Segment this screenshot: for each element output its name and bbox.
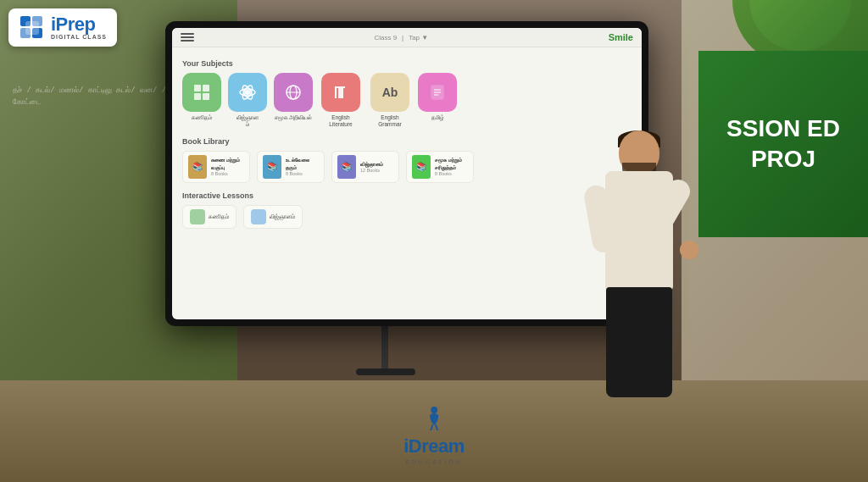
screen-class-label: Class 9 — [374, 34, 397, 42]
book-item-3[interactable]: 📚 விஜ்ஞானம் 12 Books — [331, 151, 399, 183]
book-title-2: உடல்வேலைதரும் — [286, 157, 309, 171]
iprep-brand-name: iPrep — [51, 15, 107, 34]
svg-rect-7 — [194, 93, 201, 100]
svg-rect-4 — [25, 21, 39, 35]
book-count-1: 8 Books — [211, 171, 240, 176]
subject-label-tamil: தமிழ் — [431, 114, 444, 121]
subject-label-math: கணிதம் — [192, 114, 212, 121]
book-count-3: 12 Books — [360, 168, 383, 173]
lesson-item-math[interactable]: கணிதம் — [182, 205, 236, 229]
banner-line1: SSION ED — [726, 114, 840, 144]
idream-figure-icon — [421, 405, 447, 434]
subject-item-tamil[interactable]: தமிழ் — [418, 73, 457, 129]
iprep-sub-text: DIGITAL CLASS — [51, 34, 107, 40]
idream-brand-text: iDream — [403, 435, 465, 457]
person-pants — [606, 287, 672, 397]
lesson-label-math: கணிதம் — [209, 213, 229, 220]
book-icon-3: 📚 — [337, 155, 356, 179]
subject-icon-english-grammar: Ab — [370, 73, 409, 112]
screen-content: Your Subjects கணிதம் விஜ்ஞானம் — [172, 47, 642, 235]
tv-stand — [381, 320, 388, 371]
book-count-2: 8 Books — [286, 171, 309, 176]
book-info-2: உடல்வேலைதரும் 8 Books — [286, 157, 309, 176]
lesson-icon-math — [190, 209, 205, 224]
svg-point-21 — [431, 407, 437, 413]
banner-line2: PROJ — [751, 144, 815, 175]
book-item-2[interactable]: 📚 உடல்வேலைதரும் 8 Books — [257, 151, 325, 183]
book-info-4: சமூக மற்றும்சரிதுத்தம் 8 Books — [435, 157, 462, 176]
subject-label-english-lit: English Literature — [320, 114, 362, 129]
iprep-logo-icon — [19, 16, 46, 40]
book-info-1: கணை மற்றும்வகுப்பு 8 Books — [211, 157, 240, 176]
iprep-logo-text: iPrep DIGITAL CLASS — [51, 15, 107, 40]
person-shirt — [605, 171, 673, 290]
subject-icon-social — [274, 73, 313, 112]
person-hand — [680, 241, 698, 259]
book-title-1: கணை மற்றும்வகுப்பு — [211, 157, 240, 171]
svg-rect-8 — [203, 93, 209, 100]
subject-label-english-grammar: English Grammar — [369, 114, 411, 129]
subjects-row: கணிதம் விஜ்ஞானம் சமூக அறிவியல் — [182, 73, 632, 129]
screen-header: Class 9 | Tap ▼ Smile — [172, 28, 642, 47]
person-body — [576, 130, 703, 402]
scene: தச் / கடல்/ மணல்/ காட்டிலு கடல்/ வன/ /கு… — [0, 0, 868, 482]
book-info-3: விஜ்ஞானம் 12 Books — [360, 161, 383, 173]
subject-icon-english-lit — [321, 73, 360, 112]
subject-item-social[interactable]: சமூக அறிவியல் — [274, 73, 313, 129]
right-banner: SSION ED PROJ — [698, 51, 868, 237]
book-item-1[interactable]: 📚 கணை மற்றும்வகுப்பு 8 Books — [182, 151, 250, 183]
book-title-3: விஜ்ஞானம் — [360, 161, 383, 168]
subject-item-science[interactable]: விஜ்ஞானம் — [228, 73, 267, 129]
svg-rect-6 — [203, 85, 209, 91]
lessons-row: கணிதம் விஜ்ஞானம் — [182, 205, 632, 229]
subject-icon-tamil — [418, 73, 457, 112]
svg-point-9 — [245, 90, 250, 95]
subject-icon-science — [228, 73, 267, 112]
subject-label-science: விஜ்ஞானம் — [236, 114, 259, 129]
book-library-title: Book Library — [182, 137, 632, 146]
book-title-4: சமூக மற்றும்சரிதுத்தம் — [435, 157, 462, 171]
subject-item-english-lit[interactable]: English Literature — [320, 73, 362, 129]
person — [576, 130, 703, 402]
your-subjects-title: Your Subjects — [182, 59, 632, 68]
interactive-lessons-title: Interactive Lessons — [182, 191, 632, 200]
subject-item-math[interactable]: கணிதம் — [182, 73, 221, 129]
person-head — [619, 130, 659, 175]
idream-logo: iDream EDUCATION — [403, 405, 465, 465]
book-count-4: 8 Books — [435, 171, 462, 176]
book-item-4[interactable]: 📚 சமூக மற்றும்சரிதுத்தம் 8 Books — [406, 151, 474, 183]
idream-edu-text: EDUCATION — [405, 459, 463, 465]
lesson-item-science[interactable]: விஜ்ஞானம் — [243, 205, 303, 229]
screen-tap-label: Tap ▼ — [409, 34, 428, 42]
screen-divider: | — [402, 34, 403, 42]
smile-logo: Smile — [609, 32, 633, 42]
book-icon-2: 📚 — [263, 155, 281, 179]
lesson-icon-science — [251, 209, 266, 224]
iprep-logo: iPrep DIGITAL CLASS — [8, 8, 117, 47]
tv-screen: Class 9 | Tap ▼ Smile Your Subjects கணித… — [172, 28, 642, 319]
subject-icon-math — [182, 73, 221, 112]
book-library-row: 📚 கணை மற்றும்வகுப்பு 8 Books 📚 உடல்வேலைத… — [182, 151, 632, 183]
lesson-label-science: விஜ்ஞானம் — [270, 213, 295, 220]
subject-item-english-grammar[interactable]: Ab English Grammar — [369, 73, 411, 129]
book-icon-4: 📚 — [412, 155, 431, 179]
book-icon-1: 📚 — [188, 155, 207, 179]
tv-base — [356, 368, 415, 375]
svg-rect-5 — [194, 85, 201, 91]
subject-label-social: சமூக அறிவியல் — [275, 114, 313, 121]
hamburger-menu[interactable] — [181, 33, 194, 42]
